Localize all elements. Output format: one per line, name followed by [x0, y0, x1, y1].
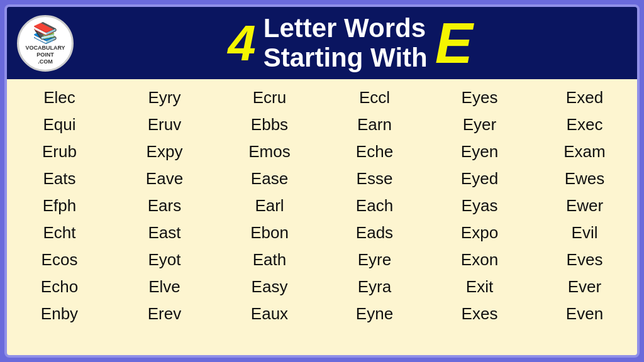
word-cell: Exed	[532, 84, 637, 111]
word-cell: Erev	[112, 300, 217, 327]
word-cell: Ewes	[532, 165, 637, 192]
word-cell: Earn	[322, 111, 427, 138]
word-cell: Eyas	[427, 192, 532, 219]
table-row: EquiEruvEbbsEarnEyerExec	[7, 111, 637, 138]
logo-icon: 📚	[33, 21, 58, 45]
table-row: EchoElveEasyEyraExitEver	[7, 273, 637, 300]
word-cell: Exes	[427, 300, 532, 327]
word-cell: Ebon	[217, 219, 322, 246]
word-cell: Eath	[217, 246, 322, 273]
letter-e: E	[435, 15, 473, 72]
word-cell: Exam	[532, 138, 637, 165]
logo-text: VOCABULARY POINT .COM	[25, 45, 65, 65]
word-cell: Eves	[532, 246, 637, 273]
word-cell: Eads	[322, 219, 427, 246]
word-cell: Eyer	[427, 111, 532, 138]
word-cell: Eave	[112, 165, 217, 192]
word-cell: Echo	[7, 273, 112, 300]
word-cell: Eyen	[427, 138, 532, 165]
word-cell: Elve	[112, 273, 217, 300]
word-cell: Eats	[7, 165, 112, 192]
word-cell: Esse	[322, 165, 427, 192]
word-cell: Exon	[427, 246, 532, 273]
word-cell: Eyre	[322, 246, 427, 273]
word-cell: Eyry	[112, 84, 217, 111]
word-cell: Equi	[7, 111, 112, 138]
title-line1: Letter Words	[264, 14, 428, 43]
word-cell: Exit	[427, 273, 532, 300]
word-cell: Even	[532, 300, 637, 327]
table-row: EcosEyotEathEyreExonEves	[7, 246, 637, 273]
word-cell: Earl	[217, 192, 322, 219]
word-cell: Eaux	[217, 300, 322, 327]
table-row: ElecEyryEcruEcclEyesExed	[7, 84, 637, 111]
word-cell: Eche	[322, 138, 427, 165]
word-cell: East	[112, 219, 217, 246]
word-cell: Expy	[112, 138, 217, 165]
word-cell: Eccl	[322, 84, 427, 111]
table-row: EnbyErevEauxEyneExesEven	[7, 300, 637, 327]
word-cell: Evil	[532, 219, 637, 246]
word-cell: Erub	[7, 138, 112, 165]
word-cell: Eyne	[322, 300, 427, 327]
word-cell: Emos	[217, 138, 322, 165]
title-text: Letter Words Starting With	[264, 14, 428, 72]
table-row: EchtEastEbonEadsExpoEvil	[7, 219, 637, 246]
word-cell: Ears	[112, 192, 217, 219]
word-cell: Ecos	[7, 246, 112, 273]
word-cell: Eyot	[112, 246, 217, 273]
header: 📚 VOCABULARY POINT .COM 4 Letter Words S…	[7, 7, 637, 79]
logo: 📚 VOCABULARY POINT .COM	[17, 15, 74, 72]
word-cell: Expo	[427, 219, 532, 246]
word-cell: Elec	[7, 84, 112, 111]
word-cell: Ease	[217, 165, 322, 192]
header-title: 4 Letter Words Starting With E	[74, 14, 627, 72]
table-row: EatsEaveEaseEsseEyedEwes	[7, 165, 637, 192]
table-row: ErubExpyEmosEcheEyenExam	[7, 138, 637, 165]
table-row: EfphEarsEarlEachEyasEwer	[7, 192, 637, 219]
title-line2: Starting With	[264, 43, 428, 72]
number-four: 4	[228, 18, 256, 69]
word-cell: Eyes	[427, 84, 532, 111]
words-table: ElecEyryEcruEcclEyesExedEquiEruvEbbsEarn…	[7, 84, 637, 327]
word-cell: Ecru	[217, 84, 322, 111]
word-cell: Ewer	[532, 192, 637, 219]
word-cell: Echt	[7, 219, 112, 246]
content-area: ElecEyryEcruEcclEyesExedEquiEruvEbbsEarn…	[7, 79, 637, 355]
word-cell: Eruv	[112, 111, 217, 138]
word-cell: Easy	[217, 273, 322, 300]
word-cell: Ever	[532, 273, 637, 300]
word-cell: Ebbs	[217, 111, 322, 138]
word-cell: Eyed	[427, 165, 532, 192]
word-cell: Exec	[532, 111, 637, 138]
word-cell: Enby	[7, 300, 112, 327]
main-container: 📚 VOCABULARY POINT .COM 4 Letter Words S…	[4, 4, 640, 358]
word-cell: Each	[322, 192, 427, 219]
word-cell: Efph	[7, 192, 112, 219]
word-cell: Eyra	[322, 273, 427, 300]
